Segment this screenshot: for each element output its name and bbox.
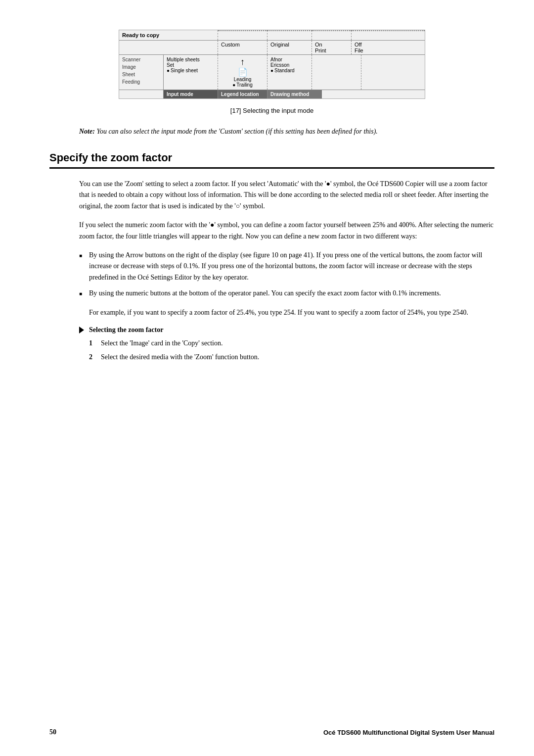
set-option[interactable]: Set bbox=[167, 62, 215, 68]
empty-col5 bbox=[361, 55, 425, 90]
afnor-option[interactable]: Afnor bbox=[270, 57, 309, 62]
trailing-radio bbox=[232, 82, 236, 88]
footer-rest bbox=[322, 90, 425, 98]
note-block: Note: You can also select the input mode… bbox=[79, 126, 494, 137]
on-print-section bbox=[312, 30, 352, 40]
bullet-item-1: By using the Arrow buttons on the right … bbox=[79, 250, 494, 283]
step-1: Select the 'Image' card in the 'Copy' se… bbox=[89, 338, 494, 349]
bullet-item-2: By using the numeric buttons at the bott… bbox=[79, 288, 494, 299]
subheader-left-empty bbox=[119, 41, 218, 54]
ui-body-row: Scanner Image Sheet Feeding Multiple she… bbox=[119, 55, 425, 90]
original-section bbox=[267, 30, 312, 40]
standard-radio bbox=[270, 68, 274, 73]
ready-to-copy-label: Ready to copy bbox=[119, 30, 218, 40]
figure-container: Ready to copy Custom Original On Print O… bbox=[49, 30, 494, 99]
ui-subheader-row: Custom Original On Print Off File bbox=[119, 41, 425, 55]
single-sheet-option[interactable]: Single sheet bbox=[167, 68, 215, 73]
ui-footer-row: Input mode Legend location Drawing metho… bbox=[119, 90, 425, 98]
multiple-sheets-option[interactable]: Multiple sheets bbox=[167, 57, 215, 62]
bullet-continuation: For example, if you want to specify a zo… bbox=[89, 307, 494, 318]
custom-label: Custom bbox=[218, 41, 267, 54]
on-print-labels: On Print bbox=[312, 41, 352, 54]
input-mode-tab[interactable]: Input mode bbox=[164, 90, 218, 98]
legend-location-col: ↑ 📄 Leading Trailing bbox=[218, 55, 267, 90]
image-label: Image bbox=[122, 64, 160, 70]
section-heading: Specify the zoom factor bbox=[49, 151, 494, 169]
bullet-list: By using the Arrow buttons on the right … bbox=[79, 250, 494, 299]
off-file-labels: Off File bbox=[352, 41, 425, 54]
sidebar-labels: Scanner Image Sheet Feeding bbox=[119, 55, 164, 90]
custom-section bbox=[218, 30, 267, 40]
numbered-list: Select the 'Image' card in the 'Copy' se… bbox=[89, 338, 494, 363]
empty-col4 bbox=[312, 55, 361, 90]
single-sheet-radio bbox=[167, 68, 171, 73]
drawing-method-col: Afnor Ericsson Standard bbox=[267, 55, 312, 90]
steps-heading-label: Selecting the zoom factor bbox=[89, 326, 163, 334]
figure-caption: [17] Selecting the input mode bbox=[49, 107, 494, 114]
legend-location-tab[interactable]: Legend location bbox=[218, 90, 267, 98]
note-label: Note: bbox=[79, 128, 95, 135]
sheet-label: Sheet bbox=[122, 72, 160, 77]
footer-empty bbox=[119, 90, 164, 98]
standard-option[interactable]: Standard bbox=[270, 68, 309, 73]
page-footer: 50 Océ TDS600 Multifunctional Digital Sy… bbox=[49, 728, 494, 736]
ui-header-row: Ready to copy bbox=[119, 30, 425, 41]
footer-title: Océ TDS600 Multifunctional Digital Syste… bbox=[323, 729, 494, 736]
triangle-icon bbox=[79, 327, 84, 333]
input-mode-col: Multiple sheets Set Single sheet bbox=[164, 55, 218, 90]
ui-panel: Ready to copy Custom Original On Print O… bbox=[119, 30, 425, 99]
scanner-label: Scanner bbox=[122, 57, 160, 62]
leading-label: Leading bbox=[221, 77, 264, 82]
steps-heading: Selecting the zoom factor bbox=[79, 326, 494, 334]
ericsson-option[interactable]: Ericsson bbox=[270, 62, 309, 68]
paragraph-2: If you select the numeric zoom factor wi… bbox=[79, 220, 494, 242]
step-2: Select the desired media with the 'Zoom'… bbox=[89, 352, 494, 363]
original-label: Original bbox=[267, 41, 312, 54]
arrow-up-icon: ↑ bbox=[221, 57, 264, 67]
feeding-label: Feeding bbox=[122, 79, 160, 85]
doc-icon: 📄 bbox=[221, 67, 264, 77]
paragraph-1: You can use the 'Zoom' setting to select… bbox=[79, 179, 494, 212]
off-file-section bbox=[352, 30, 425, 40]
drawing-method-tab[interactable]: Drawing method bbox=[267, 90, 322, 98]
note-text: You can also select the input mode from … bbox=[96, 128, 377, 135]
page-number: 50 bbox=[49, 728, 56, 736]
trailing-label: Trailing bbox=[221, 82, 264, 88]
